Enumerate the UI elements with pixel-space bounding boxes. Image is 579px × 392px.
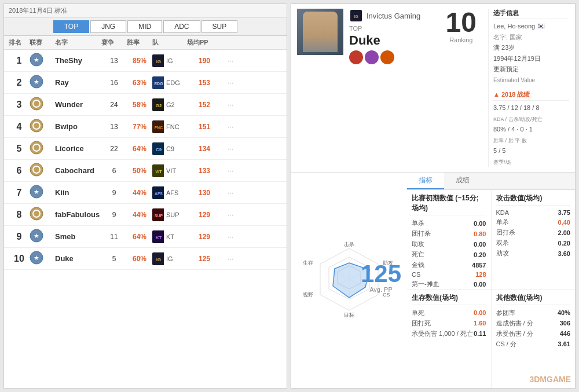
- table-row[interactable]: 3 Wunder 24 58% G2 G2 152 ···: [4, 94, 287, 116]
- svg-text:SUP: SUP: [155, 214, 163, 218]
- avg-pp-cell: 129: [187, 233, 222, 241]
- side-info-nationality: 名字, 国家: [493, 32, 569, 42]
- table-row[interactable]: 8 fabFabulous 9 44% SUP SUP 129 ···: [4, 204, 287, 226]
- side-info-birthday: 1994年12月19日: [493, 54, 569, 64]
- team-name-text: FNC: [166, 123, 179, 130]
- stat-row: 参团率 40%: [496, 309, 571, 317]
- pos-tab-mid[interactable]: MID: [127, 20, 162, 33]
- avg-pp-cell: 152: [187, 101, 222, 109]
- team-name-text: VIT: [166, 167, 176, 174]
- win-rate-cell: 50%: [127, 167, 152, 175]
- table-row[interactable]: 9 ★ Smeb 11 64% KT KT 129 ···: [4, 226, 287, 248]
- more-dots[interactable]: ···: [222, 167, 239, 175]
- pos-tab-adc[interactable]: ADC: [163, 20, 200, 33]
- team-name-text: AFS: [166, 189, 178, 196]
- stat-key: 单死: [412, 309, 424, 317]
- watermark-3dm: 3DMGAME: [529, 375, 571, 384]
- games-label-text: 赛季/场: [493, 159, 511, 165]
- attack-stats-title: 攻击数值(场均): [496, 193, 571, 206]
- pos-tab-sup[interactable]: SUP: [201, 20, 238, 33]
- early-game-title: 比赛初期数值 (~15分; 场均): [412, 193, 486, 215]
- other-stats-col: 其他数值(场均) 参团率 40% 造成伤害 / 分 306 承受伤害 / 分 4…: [492, 290, 576, 389]
- attack-stats-rows: KDA 3.75 单杀 0.40 团打杀 2.00 双杀 0.20 助攻 3.6…: [496, 209, 571, 258]
- rank-number: 5: [9, 144, 30, 154]
- rank-number: 10: [9, 254, 30, 264]
- more-dots[interactable]: ···: [222, 145, 239, 153]
- pos-tab-top[interactable]: TOP: [53, 20, 89, 33]
- stat-row: 助攻 3.60: [496, 249, 571, 258]
- more-dots[interactable]: ···: [222, 211, 239, 219]
- winrate-label-row: 胜率 / 胜·平·败: [493, 135, 569, 145]
- team-logo-big: IG: [349, 9, 363, 23]
- svg-text:G2: G2: [156, 103, 162, 108]
- games-count: 11: [101, 233, 127, 241]
- stat-value: 0.40: [558, 219, 570, 226]
- table-row[interactable]: 2 ★ Ray 16 63% EDG EDG 153 ···: [4, 72, 287, 94]
- survive-stats-col: 生存数值(场均) 单死 0.00 团打死 1.60 承受伤害 1,000 / 死…: [407, 290, 492, 389]
- other-stats-title: 其他数值(场均): [496, 293, 571, 305]
- league-icon: ★: [30, 185, 55, 200]
- detail-tab-指标[interactable]: 指标: [407, 173, 444, 189]
- table-row[interactable]: 4 Bwipo 13 77% FNC FNC 151 ···: [4, 116, 287, 138]
- champ-icon-2: [365, 50, 379, 64]
- player-table: 1 ★ TheShy 13 85% IG IG 190 ··· 2 ★ Ray …: [4, 50, 287, 388]
- winrate-row: 80% / 4 · 0 · 1: [493, 124, 569, 134]
- kda-row: 3.75 / 12 / 18 / 8: [493, 103, 569, 113]
- team-name-text: IG: [166, 255, 173, 262]
- svg-text:IG: IG: [156, 59, 161, 64]
- table-row[interactable]: 5 Licorice 22 64% C9 C9 134 ···: [4, 138, 287, 160]
- player-photo: [297, 9, 343, 55]
- rank-number: 9: [9, 232, 30, 242]
- league-icon: [30, 207, 55, 222]
- svg-point-8: [30, 97, 43, 110]
- pos-tab-jng[interactable]: JNG: [90, 20, 126, 33]
- table-row[interactable]: 7 ★ Kiin 9 44% AFS AFS 130 ···: [4, 182, 287, 204]
- stats-section: 击杀 助攻 CS 目标 视野 生存 125 Avg. PP 指标成: [291, 173, 575, 388]
- league-icon: ★: [30, 53, 55, 68]
- update-value-text: Estimated Value: [493, 77, 535, 83]
- league-icon: [30, 141, 55, 156]
- more-dots[interactable]: ···: [222, 79, 239, 87]
- table-row[interactable]: 10 ★ Duke 5 60% IG IG 125 ···: [4, 248, 287, 270]
- avg-pp-display: 125 Avg. PP: [361, 262, 401, 293]
- team-cell: IG IG: [152, 55, 187, 67]
- rank-number: 7: [9, 188, 30, 198]
- more-dots[interactable]: ···: [222, 101, 239, 109]
- games-count: 5: [101, 255, 127, 263]
- avg-pp-cell: 134: [187, 145, 222, 153]
- league-icon: [30, 119, 55, 134]
- table-row[interactable]: 6 Cabochard 6 50% VIT VIT 133 ···: [4, 160, 287, 182]
- ranking-number: 10: [446, 9, 477, 36]
- win-rate-cell: 44%: [127, 189, 152, 197]
- side-info-update-value: Estimated Value: [493, 75, 569, 85]
- stat-row: 承受伤害 1,000 / 死亡 0.11: [412, 329, 486, 338]
- stat-value: 1.60: [474, 320, 486, 327]
- table-row[interactable]: 1 ★ TheShy 13 85% IG IG 190 ···: [4, 50, 287, 72]
- team-logo-icon: G2: [152, 99, 164, 111]
- more-dots[interactable]: ···: [222, 255, 239, 263]
- more-dots[interactable]: ···: [222, 57, 239, 65]
- kda-label-row: KDA / 击杀/助攻/死亡: [493, 114, 569, 124]
- games-count: 24: [101, 101, 127, 109]
- col-winrate: 胜率: [127, 38, 152, 47]
- more-dots[interactable]: ···: [222, 123, 239, 131]
- col-pp: 场均PP: [187, 38, 222, 47]
- player-side-info: 选手信息 Lee, Ho-seong 🇰🇷 名字, 国家 满 23岁 1994年…: [488, 9, 569, 167]
- svg-text:IG: IG: [354, 14, 358, 19]
- winrate-label-text: 胜率 / 胜·平·败: [493, 138, 527, 144]
- more-dots[interactable]: ···: [222, 189, 239, 197]
- team-name-text: G2: [166, 101, 175, 108]
- side-info-title: 选手信息: [493, 9, 569, 19]
- svg-text:★: ★: [34, 254, 39, 261]
- games-count: 22: [101, 145, 127, 153]
- svg-text:★: ★: [34, 56, 39, 63]
- detail-content: 比赛初期数值 (~15分; 场均) 单杀 0.00 团打杀 0.80 助攻 0.…: [407, 190, 575, 289]
- position-label: TOP: [349, 25, 434, 32]
- stat-value: 0.80: [474, 230, 486, 237]
- detail-tab-成绩[interactable]: 成绩: [444, 173, 481, 189]
- more-dots[interactable]: ···: [222, 233, 239, 241]
- stat-row: 金钱 4857: [412, 261, 486, 269]
- stat-row: KDA 3.75: [496, 209, 571, 216]
- right-panel: IG Invictus Gaming TOP Duke 10: [291, 3, 576, 389]
- stat-value: 3.75: [558, 209, 570, 216]
